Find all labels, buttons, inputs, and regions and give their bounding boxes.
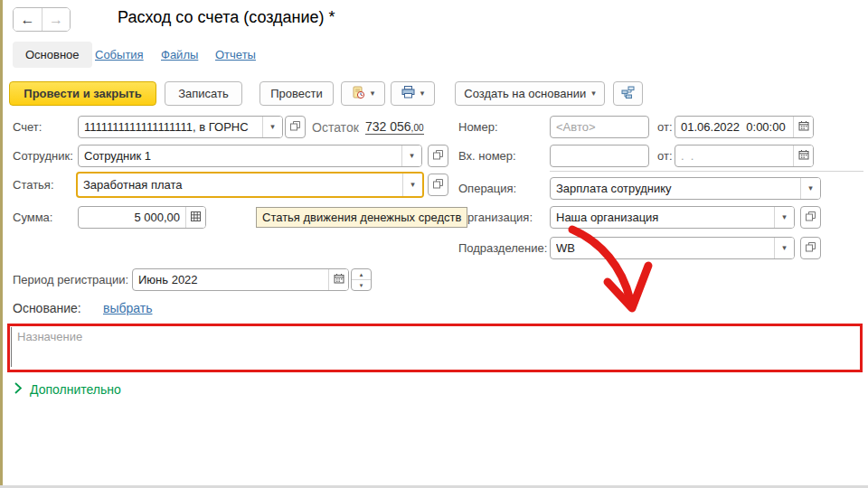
chevron-down-icon: ▾ xyxy=(420,89,425,98)
date-field-group xyxy=(675,116,814,138)
create-based-on-button[interactable]: Создать на основании ▾ xyxy=(455,81,605,106)
open-in-list-icon xyxy=(806,211,816,224)
article-input[interactable] xyxy=(78,174,402,196)
arrow-up-icon: ▴ xyxy=(360,271,363,278)
amount-label: Сумма: xyxy=(13,211,52,224)
purpose-textarea[interactable] xyxy=(10,326,860,370)
date-input[interactable] xyxy=(675,117,793,137)
related-documents-button[interactable] xyxy=(613,81,643,106)
forward-arrow-icon: → xyxy=(49,12,63,28)
chevron-right-icon xyxy=(14,382,22,397)
post-button[interactable]: Провести xyxy=(259,81,334,106)
window-edge-strip xyxy=(0,0,3,488)
forward-button[interactable]: → xyxy=(42,8,70,31)
create-based-on-label: Создать на основании xyxy=(464,87,586,100)
operation-label: Операция: xyxy=(458,182,516,195)
incoming-number-field-group xyxy=(550,145,649,167)
operation-input[interactable] xyxy=(551,178,800,199)
chevron-down-icon: ▾ xyxy=(782,213,787,221)
additional-section-toggle[interactable]: Дополнительно xyxy=(14,382,121,397)
article-field-group: ▾ xyxy=(76,172,424,198)
stepper-down-button[interactable]: ▾ xyxy=(352,279,371,290)
stepper-up-button[interactable]: ▴ xyxy=(352,269,371,279)
department-input[interactable] xyxy=(551,238,774,258)
date-calendar-button[interactable] xyxy=(793,117,813,137)
amount-input[interactable] xyxy=(79,207,185,228)
additional-label: Дополнительно xyxy=(30,382,121,397)
chevron-down-icon: ▾ xyxy=(808,184,813,192)
organization-label: Организация: xyxy=(458,211,533,224)
chevron-down-icon: ▾ xyxy=(270,123,275,131)
post-and-close-button[interactable]: Провести и закрыть xyxy=(9,81,156,106)
chevron-down-icon: ▾ xyxy=(410,152,414,160)
period-calendar-button[interactable] xyxy=(328,269,348,290)
operation-field-group: ▾ xyxy=(550,177,821,200)
tab-events[interactable]: События xyxy=(95,48,144,61)
employee-open-button[interactable] xyxy=(428,145,448,167)
employee-input[interactable] xyxy=(79,145,401,166)
print-button[interactable]: ▾ xyxy=(391,81,435,106)
calendar-icon xyxy=(334,273,344,286)
page-title: Расход со счета (создание) * xyxy=(118,8,335,27)
tab-main[interactable]: Основное xyxy=(13,42,92,68)
calendar-icon xyxy=(798,149,809,163)
history-nav: ← → xyxy=(13,7,71,32)
article-label: Статья: xyxy=(13,178,54,192)
incoming-date-input[interactable] xyxy=(675,145,793,166)
article-dropdown-button[interactable]: ▾ xyxy=(402,174,422,196)
balance-value-link[interactable]: 732 056,00 xyxy=(365,119,424,135)
department-dropdown-button[interactable]: ▾ xyxy=(774,238,794,258)
account-input[interactable] xyxy=(79,117,262,137)
basis-select-link[interactable]: выбрать xyxy=(103,301,153,315)
chevron-down-icon: ▾ xyxy=(371,89,375,98)
expense-document-window: ← → Расход со счета (создание) * Основно… xyxy=(0,0,868,488)
incoming-date-calendar-button[interactable] xyxy=(793,145,813,166)
calendar-icon xyxy=(798,120,809,134)
document-register-reports-button[interactable]: ▾ xyxy=(341,81,385,106)
department-open-button[interactable] xyxy=(800,237,821,259)
amount-field-group xyxy=(78,206,206,229)
registration-period-label: Период регистрации: xyxy=(13,273,128,286)
chevron-down-icon: ▾ xyxy=(782,244,787,252)
account-dropdown-button[interactable]: ▾ xyxy=(262,117,282,137)
organization-field-group: ▾ xyxy=(550,206,795,229)
article-open-button[interactable] xyxy=(428,174,448,196)
arrow-down-icon: ▾ xyxy=(360,282,363,289)
print-icon xyxy=(401,86,415,101)
open-in-list-icon xyxy=(433,178,443,192)
operation-dropdown-button[interactable]: ▾ xyxy=(800,178,820,199)
basis-label: Основание: xyxy=(13,301,81,315)
incoming-from-label: от: xyxy=(657,149,673,163)
organization-input[interactable] xyxy=(551,207,774,228)
registration-period-field-group xyxy=(132,268,349,291)
text-caret xyxy=(11,327,12,367)
department-label: Подразделение: xyxy=(458,241,547,255)
balance-label: Остаток xyxy=(312,120,359,135)
related-documents-icon xyxy=(621,86,635,102)
account-open-button[interactable] xyxy=(285,116,306,138)
open-in-list-icon xyxy=(433,149,443,163)
registration-period-input[interactable] xyxy=(133,269,328,290)
employee-field-group: ▾ xyxy=(78,145,422,167)
employee-dropdown-button[interactable]: ▾ xyxy=(401,145,421,166)
purpose-field-highlight xyxy=(7,324,863,372)
balance-value: 732 056 xyxy=(365,119,411,134)
tab-reports[interactable]: Отчеты xyxy=(215,48,256,61)
open-in-list-icon xyxy=(290,120,300,134)
period-stepper: ▴ ▾ xyxy=(351,268,372,291)
organization-open-button[interactable] xyxy=(800,206,821,229)
back-button[interactable]: ← xyxy=(14,8,42,31)
number-from-label: от: xyxy=(657,120,673,134)
document-register-icon xyxy=(352,86,365,102)
organization-dropdown-button[interactable]: ▾ xyxy=(774,207,794,228)
amount-calculator-button[interactable] xyxy=(185,207,205,228)
cash-flow-item-tooltip: Статья движения денежных средств xyxy=(256,207,467,228)
balance-decimals: ,00 xyxy=(411,123,424,133)
tab-files[interactable]: Файлы xyxy=(161,48,198,61)
incoming-number-input[interactable] xyxy=(551,145,648,166)
number-input[interactable] xyxy=(551,117,648,137)
calculator-icon xyxy=(191,211,201,224)
write-button[interactable]: Записать xyxy=(165,81,242,106)
group-separator xyxy=(550,171,863,172)
department-field-group: ▾ xyxy=(550,237,795,259)
